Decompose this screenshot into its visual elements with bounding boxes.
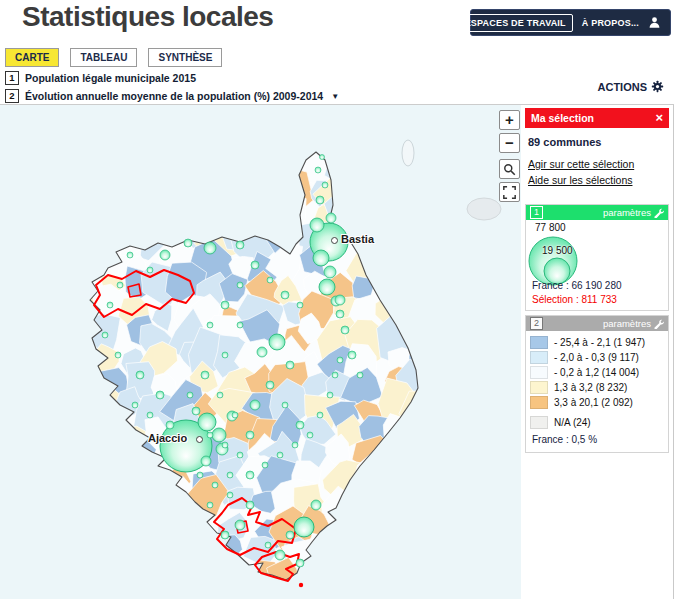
population-bubble[interactable] <box>275 550 285 560</box>
population-bubble[interactable] <box>341 326 349 334</box>
population-bubble[interactable] <box>197 472 203 478</box>
population-bubble[interactable] <box>326 213 336 223</box>
population-bubble[interactable] <box>235 520 245 530</box>
population-bubble[interactable] <box>132 402 138 408</box>
population-bubble[interactable] <box>184 239 192 247</box>
population-bubble[interactable] <box>221 301 229 309</box>
bastia-marker-icon[interactable] <box>331 237 338 244</box>
population-bubble[interactable] <box>246 471 254 479</box>
population-bubble[interactable] <box>136 371 144 379</box>
population-bubble[interactable] <box>201 371 209 379</box>
population-bubble[interactable] <box>222 352 228 358</box>
population-bubble[interactable] <box>187 392 193 398</box>
population-bubble[interactable] <box>207 322 213 328</box>
zoom-box-button[interactable] <box>499 159 520 179</box>
workspaces-button[interactable]: ESPACES DE TRAVAIL <box>458 14 573 32</box>
zoom-in-button[interactable]: + <box>499 110 520 130</box>
population-bubble[interactable] <box>348 351 356 359</box>
indicator-2-row[interactable]: 2 Évolution annuelle moyenne de la popul… <box>5 89 339 103</box>
population-bubble[interactable] <box>313 250 329 266</box>
population-bubble[interactable] <box>147 412 153 418</box>
chevron-down-icon[interactable]: ▼ <box>331 92 339 101</box>
population-bubble[interactable] <box>296 559 304 567</box>
population-bubble[interactable] <box>166 421 174 429</box>
population-bubble[interactable] <box>156 391 164 399</box>
population-bubble[interactable] <box>322 182 328 188</box>
population-bubble[interactable] <box>232 412 238 418</box>
population-bubble[interactable] <box>335 295 345 305</box>
population-bubble[interactable] <box>147 267 153 273</box>
population-bubble[interactable] <box>251 261 259 269</box>
tab-carte[interactable]: CARTE <box>5 48 59 67</box>
population-bubble[interactable] <box>160 250 170 260</box>
population-bubble[interactable] <box>286 531 294 539</box>
legend-2-params-button[interactable]: paramètres <box>603 318 664 329</box>
population-bubble[interactable] <box>292 442 298 448</box>
population-bubble[interactable] <box>201 456 211 466</box>
population-bubble[interactable] <box>212 482 218 488</box>
population-bubble[interactable] <box>307 432 313 438</box>
population-bubble[interactable] <box>107 302 113 308</box>
population-bubble[interactable] <box>117 282 123 288</box>
legend-1-params-button[interactable]: paramètres <box>603 207 664 218</box>
zoom-out-button[interactable]: − <box>499 133 520 153</box>
population-bubble[interactable] <box>320 155 325 160</box>
population-bubble[interactable] <box>297 302 303 308</box>
population-bubble[interactable] <box>324 266 336 278</box>
population-bubble[interactable] <box>332 372 338 378</box>
tab-tableau[interactable]: TABLEAU <box>70 48 137 67</box>
population-bubble[interactable] <box>282 402 288 408</box>
population-bubble[interactable] <box>212 428 226 442</box>
population-bubble[interactable] <box>207 432 213 438</box>
population-bubble[interactable] <box>250 400 260 410</box>
user-icon[interactable] <box>648 16 661 29</box>
population-bubble[interactable] <box>267 277 273 283</box>
population-bubble[interactable] <box>262 462 268 468</box>
population-bubble[interactable] <box>227 472 233 478</box>
population-bubble[interactable] <box>317 412 323 418</box>
population-bubble[interactable] <box>281 291 289 299</box>
population-bubble[interactable] <box>266 381 274 389</box>
population-bubble[interactable] <box>327 392 333 398</box>
population-bubble[interactable] <box>236 241 244 249</box>
population-bubble[interactable] <box>204 242 216 254</box>
act-on-selection-link[interactable]: Agir sur cette sélection <box>528 158 666 170</box>
population-bubble[interactable] <box>192 407 200 415</box>
population-bubble[interactable] <box>237 452 243 458</box>
population-bubble[interactable] <box>311 500 321 510</box>
population-bubble[interactable] <box>336 310 344 318</box>
population-bubble[interactable] <box>102 332 108 338</box>
population-bubble[interactable] <box>319 279 335 295</box>
population-bubble[interactable] <box>207 502 213 508</box>
population-bubble[interactable] <box>246 501 254 509</box>
population-bubble[interactable] <box>277 452 283 458</box>
population-bubble[interactable] <box>316 196 324 204</box>
population-bubble[interactable] <box>217 392 223 398</box>
population-bubble[interactable] <box>337 357 343 363</box>
population-bubble[interactable] <box>237 322 243 328</box>
population-bubble[interactable] <box>357 372 363 378</box>
ajaccio-marker-icon[interactable] <box>196 436 203 443</box>
population-bubble[interactable] <box>286 361 294 369</box>
population-bubble[interactable] <box>198 413 216 431</box>
population-bubble[interactable] <box>265 542 271 548</box>
actions-button[interactable]: ACTIONS <box>598 80 665 93</box>
population-bubble[interactable] <box>237 282 243 288</box>
population-bubble[interactable] <box>315 167 321 173</box>
about-button[interactable]: À PROPOS... <box>582 18 639 28</box>
population-bubble[interactable] <box>257 347 267 357</box>
population-bubble[interactable] <box>246 431 254 439</box>
close-icon[interactable]: × <box>655 113 663 123</box>
population-bubble[interactable] <box>294 517 314 537</box>
population-bubble[interactable] <box>222 442 228 448</box>
population-bubble[interactable] <box>227 492 233 498</box>
fullscreen-button[interactable] <box>499 182 520 202</box>
tab-synthese[interactable]: SYNTHÈSE <box>148 48 222 67</box>
population-bubble[interactable] <box>127 252 133 258</box>
population-bubble[interactable] <box>115 352 121 358</box>
population-bubble[interactable] <box>221 531 229 539</box>
selection-help-link[interactable]: Aide sur les sélections <box>528 174 666 186</box>
population-bubble[interactable] <box>269 334 285 350</box>
population-bubble[interactable] <box>296 421 304 429</box>
population-bubble[interactable] <box>310 218 324 232</box>
